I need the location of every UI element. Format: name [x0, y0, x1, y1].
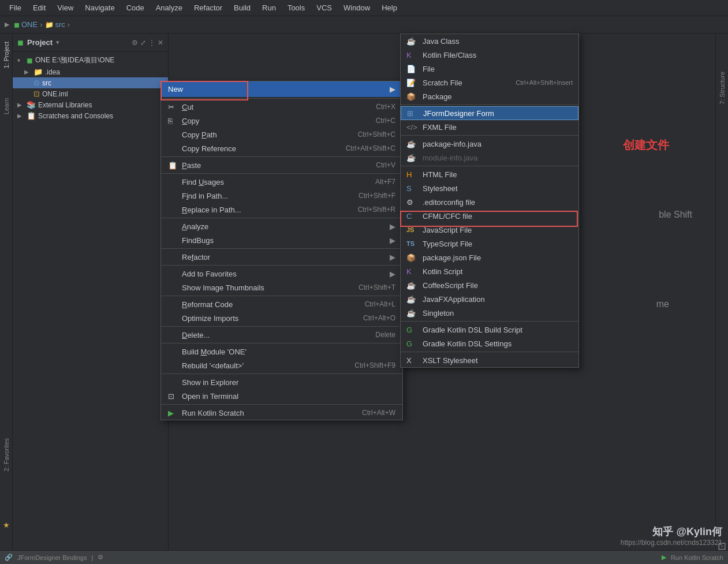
js-icon: JS [406, 226, 418, 233]
jform-link-icon: 🔗 [5, 554, 13, 561]
menu-code[interactable]: Code [122, 2, 149, 13]
breadcrumb-separator: › [40, 20, 42, 29]
cut-icon: ✂ [168, 103, 178, 111]
menu-build[interactable]: Build [229, 2, 255, 13]
breadcrumb-bar: ▶ ◼ ONE › 📁 src › [0, 16, 728, 33]
file-package-json[interactable]: 📦 package.json File [401, 251, 578, 264]
watermark: 知乎 @Kylin何 https://blog.csdn.net/cnds123… [621, 525, 722, 547]
tree-external-lib[interactable]: ▶ 📚 External Libraries [13, 99, 168, 110]
ctx-find-path[interactable]: Find in Path... Ctrl+Shift+F [161, 189, 402, 203]
menubar: File Edit View Navigate Code Analyze Ref… [0, 0, 728, 16]
menu-view[interactable]: View [53, 2, 78, 13]
watermark-line1: 知乎 @Kylin何 [621, 525, 722, 539]
menu-help[interactable]: Help [377, 2, 402, 13]
tree-iml[interactable]: ⊡ ONE.iml [13, 88, 168, 99]
package-icon: 📦 [406, 92, 418, 101]
ctx-copy-ref[interactable]: Copy Reference Ctrl+Alt+Shift+C [161, 141, 402, 155]
ctx-rebuild[interactable]: Rebuild '<default>' Ctrl+Shift+F9 [161, 358, 402, 372]
ctx-sep-6 [161, 265, 402, 266]
file-coffeescript[interactable]: ☕ CoffeeScript File [401, 278, 578, 292]
scratch-icon: 📝 [406, 79, 418, 87]
file-xslt[interactable]: X XSLT Stylesheet [401, 353, 578, 367]
file-package-info[interactable]: ☕ package-info.java [401, 137, 578, 151]
file-javafx[interactable]: ☕ JavaFXApplication [401, 292, 578, 306]
ctx-refactor[interactable]: Refactor ▶ [161, 250, 402, 264]
editorconfig-icon: ⚙ [406, 198, 418, 207]
file-kotlin-script[interactable]: K Kotlin Script [401, 264, 578, 278]
ctx-sep-7 [161, 296, 402, 296]
gradle-settings-icon: G [406, 339, 418, 348]
menu-vcs[interactable]: VCS [312, 2, 337, 13]
ctx-copy-path[interactable]: Copy Path Ctrl+Shift+C [161, 128, 402, 141]
file-module-info[interactable]: ☕ module-info.java [401, 151, 578, 165]
file-gradle-build[interactable]: G Gradle Kotlin DSL Build Script [401, 323, 578, 337]
status-left[interactable]: JFormDesigner Bindings [17, 554, 87, 561]
file-file[interactable]: 📄 File [401, 62, 578, 76]
file-sep-3 [401, 166, 578, 166]
gear-icon[interactable]: ⋮ [148, 39, 155, 47]
sidebar-tab-favorites[interactable]: 2: Favorites [2, 435, 11, 475]
file-scratch[interactable]: 📝 Scratch File Ctrl+Alt+Shift+Insert [401, 76, 578, 89]
ctx-delete[interactable]: Delete... Delete [161, 328, 402, 342]
ctx-findbugs[interactable]: FindBugs ▶ [161, 233, 402, 247]
ctx-build-module[interactable]: Build Module 'ONE' [161, 345, 402, 358]
ctx-open-terminal[interactable]: ⊡ Open in Terminal [161, 389, 402, 403]
html-icon: H [406, 170, 418, 179]
menu-edit[interactable]: Edit [28, 2, 50, 13]
tree-src[interactable]: ⊙ src [13, 77, 168, 88]
menu-tools[interactable]: Tools [283, 2, 309, 13]
ctx-sep-4 [161, 218, 402, 218]
ctx-cut[interactable]: ✂ Cut Ctrl+X [161, 100, 402, 114]
status-right[interactable]: Run Kotlin Scratch [671, 554, 723, 561]
file-stylesheet[interactable]: S Stylesheet [401, 181, 578, 195]
ctx-optimize[interactable]: Optimize Imports Ctrl+Alt+O [161, 311, 402, 325]
ctx-add-favorites[interactable]: Add to Favorites ▶ [161, 267, 402, 281]
ctx-reformat[interactable]: Reformat Code Ctrl+Alt+L [161, 297, 402, 311]
menu-file[interactable]: File [5, 2, 26, 13]
tree-root[interactable]: ▾ ◼ ONE E:\预IDEA项目\ONE [13, 54, 168, 66]
menu-refactor[interactable]: Refactor [189, 2, 227, 13]
file-singleton[interactable]: ☕ Singleton [401, 306, 578, 320]
ctx-new[interactable]: New ▶ [161, 81, 402, 97]
status-bar: 🔗 JFormDesigner Bindings | ⚙ ▶ Run Kotli… [0, 550, 728, 564]
file-javascript[interactable]: JS JavaScript File [401, 223, 578, 237]
file-gradle-settings[interactable]: G Gradle Kotlin DSL Settings [401, 337, 578, 350]
settings-icon[interactable]: ⚙ [132, 39, 138, 47]
ctx-find-usages[interactable]: Find Usages Alt+F7 [161, 175, 402, 189]
ctx-image-thumbnails[interactable]: Show Image Thumbnails Ctrl+Shift+T [161, 281, 402, 294]
sidebar-tab-project[interactable]: 1: Project [2, 38, 11, 72]
annotation-create-file: 创建文件 [623, 137, 669, 153]
panel-header-icons: ⚙ ⤢ ⋮ ✕ [132, 39, 163, 47]
ctx-replace-path[interactable]: Replace in Path... Ctrl+Shift+R [161, 203, 402, 216]
expand-icon[interactable]: ⤢ [140, 39, 146, 47]
ctx-analyze[interactable]: Analyze ▶ [161, 219, 402, 233]
ctx-show-explorer[interactable]: Show in Explorer [161, 375, 402, 389]
file-cfml[interactable]: C CFML/CFC file [401, 209, 578, 223]
breadcrumb-src[interactable]: 📁 src [45, 20, 65, 29]
file-jformdesigner[interactable]: ⊞ JFormDesigner Form [401, 106, 578, 120]
terminal-icon: ⊡ [168, 392, 178, 401]
file-sep-2 [401, 135, 578, 136]
ctx-run-kotlin[interactable]: ▶ Run Kotlin Scratch Ctrl+Alt+W [161, 406, 402, 420]
menu-run[interactable]: Run [257, 2, 281, 13]
sidebar-tab-learn[interactable]: Learn [2, 95, 11, 118]
menu-analyze[interactable]: Analyze [151, 2, 187, 13]
file-package[interactable]: 📦 Package [401, 89, 578, 103]
status-divider: | [91, 554, 93, 561]
tree-scratches[interactable]: ▶ 📋 Scratches and Consoles [13, 110, 168, 121]
ctx-paste[interactable]: 📋 Paste Ctrl+V [161, 158, 402, 172]
file-editorconfig[interactable]: ⚙ .editorconfig file [401, 195, 578, 209]
breadcrumb-one[interactable]: ◼ ONE [14, 20, 38, 29]
file-java-class[interactable]: ☕ Java Class [401, 34, 578, 48]
file-typescript[interactable]: TS TypeScript File [401, 237, 578, 251]
menu-navigate[interactable]: Navigate [80, 2, 119, 13]
tree-idea[interactable]: ▶ 📁 .idea [13, 66, 168, 77]
close-icon[interactable]: ✕ [158, 39, 163, 47]
menu-window[interactable]: Window [339, 2, 375, 13]
file-kotlin[interactable]: K Kotlin File/Class [401, 48, 578, 62]
css-icon: S [406, 184, 418, 193]
file-html[interactable]: H HTML File [401, 167, 578, 181]
file-fxml[interactable]: </> FXML File [401, 120, 578, 134]
ctx-copy[interactable]: ⎘ Copy Ctrl+C [161, 114, 402, 128]
sidebar-tab-structure[interactable]: 7: Structure [718, 68, 727, 108]
